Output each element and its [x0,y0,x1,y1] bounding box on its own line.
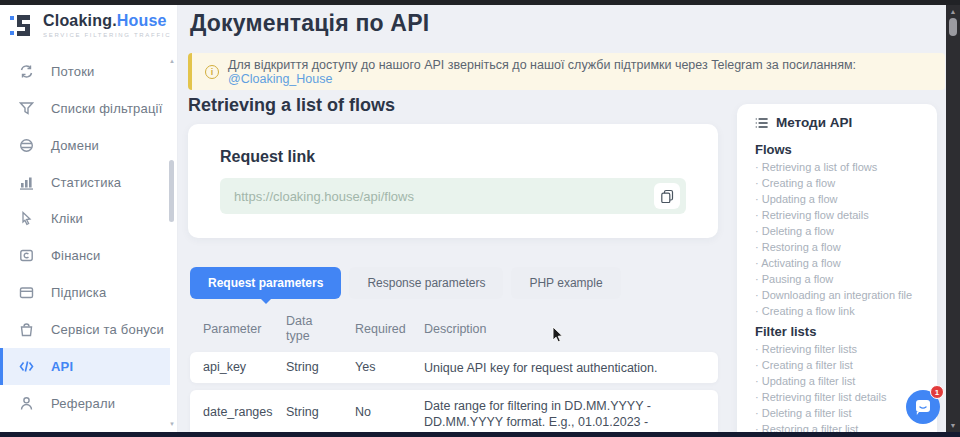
sidebar-item-services-bonuses[interactable]: Сервіси та бонуси [0,311,170,348]
credit-card-icon [19,285,34,300]
logo-tagline: SERVICE FILTERING TRAFFIC [43,32,171,38]
sidebar-item-flows[interactable]: Потоки [0,53,170,90]
list-icon [755,117,768,129]
sidebar-item-referrals[interactable]: Реферали [0,385,170,422]
method-link[interactable]: Downloading an integration file [755,289,912,301]
request-url-value: https://cloaking.house/api/flows [234,189,414,204]
method-link[interactable]: Updating a filter list [755,375,855,387]
sidebar-item-label: Фінанси [51,248,101,263]
chat-notification-badge: 1 [930,385,944,399]
cell-required: Yes [355,360,375,374]
column-header-parameter: Parameter [203,322,261,336]
api-methods-title: Методи API [776,115,852,130]
scrollbar-thumb[interactable] [949,18,957,36]
method-link[interactable]: Deleting a flow [755,225,834,237]
sidebar-item-label: Потоки [51,64,94,79]
tab-request-parameters[interactable]: Request parameters [190,267,341,299]
code-icon [19,359,34,374]
brand-accent: House [117,12,167,29]
method-link[interactable]: Retrieving filter list details [755,391,886,403]
window-bottom-frame [0,432,960,437]
copy-url-button[interactable] [654,183,680,209]
api-methods-header: Методи API [755,115,852,130]
group-title-flows: Flows [755,142,792,157]
tab-php-example[interactable]: PHP example [511,267,620,299]
sidebar-item-clicks[interactable]: Кліки [0,200,170,237]
sidebar-item-label: Домени [51,138,99,153]
finance-card-icon [19,248,34,263]
gift-icon [19,322,34,337]
cloaking-house-logo-icon [10,12,36,42]
method-link[interactable]: Retrieving filter lists [755,343,857,355]
sidebar-item-subscription[interactable]: Підписка [0,274,170,311]
scroll-up-arrow[interactable]: ▲ [946,8,960,15]
method-link[interactable]: Retrieving flow details [755,209,869,221]
sidebar-item-statistics[interactable]: Статистика [0,164,170,201]
telegram-link[interactable]: @Cloaking_House [228,72,332,86]
api-methods-panel: Методи API Flows Retrieving a list of fl… [737,104,937,432]
window-scrollbar[interactable]: ▲ ▼ [946,5,960,432]
table-row: api_key String Yes Unique API key for re… [190,352,718,383]
sidebar-item-label: Кліки [51,211,83,226]
method-link[interactable]: Pausing a flow [755,273,833,285]
method-link[interactable]: Updating a flow [755,193,838,205]
column-header-required: Required [355,322,406,336]
info-circle-icon: i [205,65,219,79]
sidebar-item-label: Списки фільтрації [51,101,162,116]
sidebar-item-label: Статистика [51,175,121,190]
sidebar: Cloaking.House SERVICE FILTERING TRAFFIC… [0,5,178,432]
method-link[interactable]: Creating a filter list [755,359,853,371]
filter-funnel-icon [19,101,34,116]
sidebar-scroll-up-arrow[interactable]: ▲ [167,58,177,64]
column-header-description: Description [424,322,487,336]
bar-chart-icon [19,175,34,190]
cell-data-type: String [286,405,319,419]
group-title-filter-lists: Filter lists [755,324,816,339]
chat-bubble-icon [913,397,933,417]
request-url-field[interactable]: https://cloaking.house/api/flows [220,178,686,214]
section-title: Retrieving a list of flows [188,95,395,116]
person-icon [19,396,34,411]
banner-text: Для відкриття доступу до нашого API звер… [228,58,856,72]
sync-arrows-icon [19,64,34,79]
window-top-frame [0,0,960,5]
doc-tabs: Request parameters Response parameters P… [190,267,621,299]
logo-text: Cloaking.House SERVICE FILTERING TRAFFIC [43,12,171,38]
sidebar-item-finance[interactable]: Фінанси [0,237,170,274]
brand-dark: Cloaking. [43,12,117,29]
sidebar-item-api[interactable]: API [0,348,170,385]
method-link[interactable]: Creating a flow [755,177,835,189]
request-link-card: Request link https://cloaking.house/api/… [188,124,718,238]
method-link[interactable]: Restoring a flow [755,241,841,253]
sidebar-item-label: API [51,359,73,374]
sidebar-item-domains[interactable]: Домени [0,127,170,164]
copy-icon [660,189,674,203]
table-row: date_ranges String No Date range for fil… [190,390,718,437]
sidebar-item-filter-lists[interactable]: Списки фільтрації [0,90,170,127]
mouse-cursor [552,326,564,344]
request-link-title: Request link [220,148,315,166]
sidebar-scroll-down-arrow[interactable]: ▼ [167,421,177,427]
method-link[interactable]: Retrieving a list of flows [755,161,877,173]
sidebar-item-label: Сервіси та бонуси [51,322,164,337]
sidebar-item-label: Підписка [51,285,106,300]
sidebar-item-label: Реферали [51,396,115,411]
tab-response-parameters[interactable]: Response parameters [349,267,503,299]
scroll-down-arrow[interactable]: ▼ [946,422,960,429]
method-link[interactable]: Deleting a filter list [755,407,852,419]
sidebar-scrollbar-thumb[interactable] [169,160,174,222]
page-title: Документація по API [190,10,429,37]
cell-required: No [355,405,371,419]
globe-icon [19,138,34,153]
method-link[interactable]: Restoring a filter list [755,423,858,432]
cell-data-type: String [286,360,319,374]
cursor-click-icon [19,211,34,226]
method-link[interactable]: Creating a flow link [755,305,855,317]
method-link[interactable]: Activating a flow [755,257,841,269]
logo[interactable]: Cloaking.House SERVICE FILTERING TRAFFIC [10,12,171,42]
cell-description: Unique API key for request authenticatio… [424,360,712,376]
cell-parameter: date_ranges [203,405,273,419]
info-banner: i Для відкриття доступу до нашого API зв… [188,53,945,90]
cell-parameter: api_key [203,360,246,374]
column-header-data-type: Data type [286,314,324,344]
